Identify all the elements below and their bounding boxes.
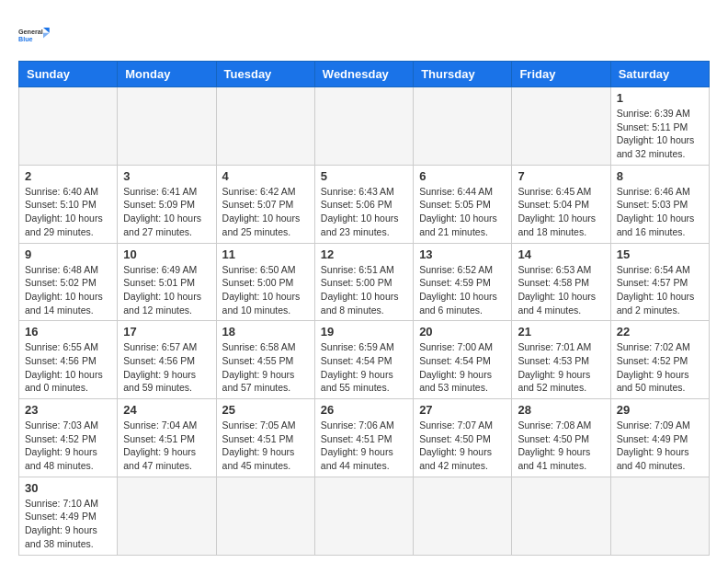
day-info: Sunrise: 6:57 AM Sunset: 4:56 PM Dayligh…	[123, 340, 210, 395]
day-number: 22	[617, 325, 703, 339]
day-info: Sunrise: 7:03 AM Sunset: 4:52 PM Dayligh…	[25, 419, 111, 473]
calendar-week-row: 16Sunrise: 6:55 AM Sunset: 4:56 PM Dayli…	[19, 321, 710, 399]
weekday-header-friday: Friday	[512, 62, 610, 87]
day-info: Sunrise: 7:00 AM Sunset: 4:54 PM Dayligh…	[419, 340, 506, 395]
day-info: Sunrise: 6:54 AM Sunset: 4:57 PM Dayligh…	[617, 263, 703, 317]
day-number: 19	[321, 325, 407, 339]
svg-text:Blue: Blue	[18, 35, 33, 43]
day-number: 25	[222, 403, 309, 417]
day-info: Sunrise: 6:42 AM Sunset: 5:07 PM Dayligh…	[222, 185, 309, 239]
day-info: Sunrise: 6:53 AM Sunset: 4:58 PM Dayligh…	[518, 263, 604, 317]
day-info: Sunrise: 6:40 AM Sunset: 5:10 PM Dayligh…	[25, 185, 111, 239]
svg-marker-2	[43, 28, 50, 33]
day-number: 30	[25, 481, 111, 495]
day-number: 4	[222, 169, 309, 183]
calendar-cell: 17Sunrise: 6:57 AM Sunset: 4:56 PM Dayli…	[118, 321, 216, 399]
day-number: 9	[25, 247, 111, 261]
calendar-cell: 10Sunrise: 6:49 AM Sunset: 5:01 PM Dayli…	[118, 243, 216, 321]
day-number: 18	[222, 325, 309, 339]
day-number: 24	[123, 403, 210, 417]
calendar-cell: 4Sunrise: 6:42 AM Sunset: 5:07 PM Daylig…	[216, 165, 314, 243]
day-info: Sunrise: 6:46 AM Sunset: 5:03 PM Dayligh…	[617, 185, 703, 239]
calendar-cell	[610, 477, 709, 555]
calendar-week-row: 30Sunrise: 7:10 AM Sunset: 4:49 PM Dayli…	[19, 477, 710, 555]
calendar-cell: 13Sunrise: 6:52 AM Sunset: 4:59 PM Dayli…	[414, 243, 512, 321]
day-number: 7	[518, 169, 604, 183]
weekday-header-thursday: Thursday	[414, 62, 512, 87]
day-info: Sunrise: 7:05 AM Sunset: 4:51 PM Dayligh…	[222, 419, 309, 473]
day-number: 11	[222, 247, 309, 261]
day-info: Sunrise: 6:49 AM Sunset: 5:01 PM Dayligh…	[123, 263, 210, 317]
day-info: Sunrise: 6:45 AM Sunset: 5:04 PM Dayligh…	[518, 185, 604, 239]
calendar-cell: 26Sunrise: 7:06 AM Sunset: 4:51 PM Dayli…	[314, 399, 413, 477]
day-number: 14	[518, 247, 604, 261]
calendar-cell: 2Sunrise: 6:40 AM Sunset: 5:10 PM Daylig…	[19, 165, 118, 243]
weekday-header-tuesday: Tuesday	[216, 62, 314, 87]
day-info: Sunrise: 7:06 AM Sunset: 4:51 PM Dayligh…	[321, 419, 407, 473]
calendar-cell: 30Sunrise: 7:10 AM Sunset: 4:49 PM Dayli…	[19, 477, 118, 555]
calendar-cell: 27Sunrise: 7:07 AM Sunset: 4:50 PM Dayli…	[414, 399, 512, 477]
weekday-header-wednesday: Wednesday	[314, 62, 413, 87]
day-number: 2	[25, 169, 111, 183]
svg-marker-3	[43, 33, 50, 39]
calendar-cell: 22Sunrise: 7:02 AM Sunset: 4:52 PM Dayli…	[610, 321, 709, 399]
day-info: Sunrise: 6:39 AM Sunset: 5:11 PM Dayligh…	[617, 107, 703, 161]
calendar-cell	[314, 87, 413, 166]
calendar-cell: 25Sunrise: 7:05 AM Sunset: 4:51 PM Dayli…	[216, 399, 314, 477]
calendar-cell: 29Sunrise: 7:09 AM Sunset: 4:49 PM Dayli…	[610, 399, 709, 477]
calendar-cell: 6Sunrise: 6:44 AM Sunset: 5:05 PM Daylig…	[414, 165, 512, 243]
calendar-week-row: 9Sunrise: 6:48 AM Sunset: 5:02 PM Daylig…	[19, 243, 710, 321]
calendar-week-row: 23Sunrise: 7:03 AM Sunset: 4:52 PM Dayli…	[19, 399, 710, 477]
day-info: Sunrise: 6:55 AM Sunset: 4:56 PM Dayligh…	[25, 340, 111, 395]
calendar-cell	[512, 87, 610, 166]
day-info: Sunrise: 6:58 AM Sunset: 4:55 PM Dayligh…	[222, 340, 309, 395]
calendar-cell: 15Sunrise: 6:54 AM Sunset: 4:57 PM Dayli…	[610, 243, 709, 321]
day-number: 29	[617, 403, 703, 417]
day-number: 10	[123, 247, 210, 261]
calendar-cell: 3Sunrise: 6:41 AM Sunset: 5:09 PM Daylig…	[118, 165, 216, 243]
day-number: 23	[25, 403, 111, 417]
day-number: 5	[321, 169, 407, 183]
calendar-week-row: 2Sunrise: 6:40 AM Sunset: 5:10 PM Daylig…	[19, 165, 710, 243]
calendar-cell: 16Sunrise: 6:55 AM Sunset: 4:56 PM Dayli…	[19, 321, 118, 399]
day-info: Sunrise: 6:41 AM Sunset: 5:09 PM Dayligh…	[123, 185, 210, 239]
calendar-cell: 14Sunrise: 6:53 AM Sunset: 4:58 PM Dayli…	[512, 243, 610, 321]
day-number: 17	[123, 325, 210, 339]
calendar-cell: 1Sunrise: 6:39 AM Sunset: 5:11 PM Daylig…	[610, 87, 709, 166]
calendar-cell: 20Sunrise: 7:00 AM Sunset: 4:54 PM Dayli…	[414, 321, 512, 399]
calendar-cell: 8Sunrise: 6:46 AM Sunset: 5:03 PM Daylig…	[610, 165, 709, 243]
logo: GeneralBlue	[18, 18, 51, 52]
day-info: Sunrise: 6:48 AM Sunset: 5:02 PM Dayligh…	[25, 263, 111, 317]
calendar-cell: 23Sunrise: 7:03 AM Sunset: 4:52 PM Dayli…	[19, 399, 118, 477]
calendar-cell: 9Sunrise: 6:48 AM Sunset: 5:02 PM Daylig…	[19, 243, 118, 321]
day-number: 27	[419, 403, 506, 417]
weekday-header-saturday: Saturday	[610, 62, 709, 87]
day-info: Sunrise: 6:44 AM Sunset: 5:05 PM Dayligh…	[419, 185, 506, 239]
day-number: 16	[25, 325, 111, 339]
weekday-header-sunday: Sunday	[19, 62, 118, 87]
day-number: 8	[617, 169, 703, 183]
day-info: Sunrise: 7:10 AM Sunset: 4:49 PM Dayligh…	[25, 497, 111, 551]
calendar-week-row: 1Sunrise: 6:39 AM Sunset: 5:11 PM Daylig…	[19, 87, 710, 166]
day-info: Sunrise: 6:50 AM Sunset: 5:00 PM Dayligh…	[222, 263, 309, 317]
calendar-cell: 5Sunrise: 6:43 AM Sunset: 5:06 PM Daylig…	[314, 165, 413, 243]
calendar-cell: 12Sunrise: 6:51 AM Sunset: 5:00 PM Dayli…	[314, 243, 413, 321]
day-info: Sunrise: 6:43 AM Sunset: 5:06 PM Dayligh…	[321, 185, 407, 239]
calendar-cell: 11Sunrise: 6:50 AM Sunset: 5:00 PM Dayli…	[216, 243, 314, 321]
day-info: Sunrise: 6:52 AM Sunset: 4:59 PM Dayligh…	[419, 263, 506, 317]
calendar-cell	[414, 477, 512, 555]
calendar-cell: 21Sunrise: 7:01 AM Sunset: 4:53 PM Dayli…	[512, 321, 610, 399]
day-number: 15	[617, 247, 703, 261]
calendar-cell: 24Sunrise: 7:04 AM Sunset: 4:51 PM Dayli…	[118, 399, 216, 477]
day-number: 6	[419, 169, 506, 183]
svg-text:General: General	[18, 28, 43, 36]
day-number: 26	[321, 403, 407, 417]
day-info: Sunrise: 6:51 AM Sunset: 5:00 PM Dayligh…	[321, 263, 407, 317]
day-number: 12	[321, 247, 407, 261]
calendar-cell	[314, 477, 413, 555]
day-info: Sunrise: 7:09 AM Sunset: 4:49 PM Dayligh…	[617, 419, 703, 473]
page-header: GeneralBlue	[18, 18, 710, 52]
weekday-header-row: SundayMondayTuesdayWednesdayThursdayFrid…	[19, 62, 710, 87]
day-number: 13	[419, 247, 506, 261]
day-number: 1	[617, 91, 703, 105]
